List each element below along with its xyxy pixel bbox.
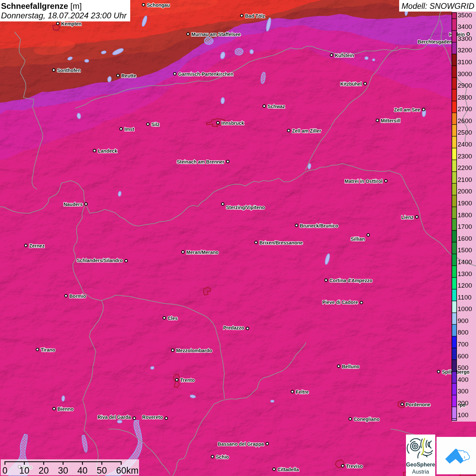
svg-text:Bienno: Bienno	[57, 406, 73, 412]
svg-text:1300: 1300	[458, 270, 472, 277]
svg-text:Murnau am Staffelsee: Murnau am Staffelsee	[191, 32, 241, 37]
svg-text:Belluno: Belluno	[342, 364, 359, 369]
svg-text:Imst: Imst	[124, 126, 134, 132]
svg-text:Bassano del Grappa: Bassano del Grappa	[218, 441, 264, 447]
svg-text:Innsbruck: Innsbruck	[221, 120, 244, 126]
svg-text:2600: 2600	[458, 117, 472, 124]
svg-text:1400: 1400	[458, 258, 472, 266]
svg-text:Mittersill: Mittersill	[381, 118, 401, 123]
svg-text:Cles: Cles	[168, 316, 178, 321]
svg-text:Pordenone: Pordenone	[406, 402, 430, 407]
svg-text:2500: 2500	[458, 129, 472, 136]
svg-text:1600: 1600	[458, 235, 472, 242]
svg-text:1800: 1800	[458, 211, 472, 219]
svg-text:Matrei in Osttirol: Matrei in Osttirol	[345, 178, 382, 184]
svg-text:Brixen/Bressanone: Brixen/Bressanone	[259, 240, 303, 245]
svg-text:2700: 2700	[458, 105, 472, 113]
svg-text:Schwaz: Schwaz	[268, 104, 285, 109]
svg-text:Kufstein: Kufstein	[335, 53, 354, 58]
svg-text:Schneefallgrenze [m]: Schneefallgrenze [m]	[1, 1, 82, 11]
svg-text:2300: 2300	[458, 153, 472, 160]
svg-text:1100: 1100	[458, 294, 472, 301]
svg-text:700: 700	[458, 341, 469, 348]
svg-text:1700: 1700	[458, 223, 472, 230]
svg-text:1500: 1500	[458, 247, 472, 254]
svg-text:Steinach am Brenner: Steinach am Brenner	[177, 159, 225, 165]
svg-text:Schongau: Schongau	[147, 2, 170, 8]
svg-text:10: 10	[19, 465, 29, 476]
svg-text:2900: 2900	[458, 82, 472, 89]
svg-text:3300: 3300	[458, 35, 472, 42]
svg-text:Sterzing/Vipiteno: Sterzing/Vipiteno	[226, 205, 265, 210]
svg-text:Landeck: Landeck	[98, 148, 117, 154]
svg-text:Bormio: Bormio	[69, 293, 86, 299]
svg-text:Zernez: Zernez	[29, 243, 45, 249]
svg-text:50: 50	[97, 465, 107, 476]
svg-text:60km: 60km	[116, 465, 139, 476]
svg-text:GeoSphere: GeoSphere	[406, 462, 435, 468]
svg-text:Silz: Silz	[151, 122, 159, 127]
svg-text:Rovereto: Rovereto	[142, 414, 163, 420]
svg-text:Cortina d'Ampezzo: Cortina d'Ampezzo	[329, 278, 372, 283]
svg-text:30: 30	[58, 465, 68, 476]
svg-text:Meran/Merano: Meran/Merano	[186, 250, 219, 255]
svg-text:Feltre: Feltre	[296, 389, 309, 395]
svg-text:300: 300	[458, 388, 469, 395]
svg-text:Bruneck/Brunico: Bruneck/Brunico	[300, 223, 338, 228]
svg-text:Pieve di Cadore: Pieve di Cadore	[322, 300, 358, 305]
svg-text:Cittadella: Cittadella	[277, 467, 299, 472]
svg-text:2800: 2800	[458, 94, 472, 101]
svg-text:40: 40	[77, 465, 87, 476]
svg-text:Schio: Schio	[216, 454, 229, 460]
svg-text:Riva del Garda: Riva del Garda	[98, 414, 131, 420]
svg-text:2400: 2400	[458, 141, 472, 148]
svg-text:2100: 2100	[458, 176, 472, 183]
svg-text:Zell am See: Zell am See	[394, 107, 420, 113]
svg-text:800: 800	[458, 329, 469, 336]
svg-text:Sillian: Sillian	[351, 236, 365, 242]
svg-text:1200: 1200	[458, 282, 472, 289]
svg-text:Treviso: Treviso	[346, 463, 363, 469]
svg-text:200: 200	[458, 400, 469, 407]
svg-text:Zell am Ziller: Zell am Ziller	[292, 128, 321, 134]
svg-text:500: 500	[458, 364, 469, 371]
svg-text:100: 100	[458, 411, 469, 419]
svg-text:900: 900	[458, 317, 469, 324]
svg-text:Donnerstag, 18.07.2024 23:00 U: Donnerstag, 18.07.2024 23:00 Uhr	[1, 11, 127, 20]
svg-text:Lienz: Lienz	[401, 215, 413, 220]
svg-text:Garmisch-Partenkirchen: Garmisch-Partenkirchen	[178, 71, 234, 77]
svg-text:Mezzolombardo: Mezzolombardo	[176, 348, 212, 353]
svg-text:Reutte: Reutte	[121, 73, 136, 79]
svg-text:Berchtesgaden: Berchtesgaden	[418, 39, 452, 45]
svg-text:1000: 1000	[458, 305, 472, 312]
svg-text:Austria: Austria	[412, 469, 429, 475]
svg-text:3500: 3500	[458, 12, 472, 19]
svg-text:Tirano: Tirano	[41, 347, 55, 353]
svg-text:Schlanders/Silandro: Schlanders/Silandro	[77, 258, 123, 263]
svg-text:3200: 3200	[458, 47, 472, 54]
svg-text:Trento: Trento	[180, 377, 195, 383]
svg-text:1900: 1900	[458, 200, 472, 207]
svg-text:Kitzbühel: Kitzbühel	[340, 81, 362, 87]
svg-text:20: 20	[38, 465, 49, 476]
svg-text:Modell: SNOWGRID: Modell: SNOWGRID	[402, 2, 474, 11]
svg-text:3100: 3100	[458, 58, 472, 66]
svg-text:2200: 2200	[458, 164, 472, 171]
svg-text:Conegliano: Conegliano	[354, 417, 379, 422]
svg-text:3000: 3000	[458, 70, 472, 78]
svg-text:Sonthofen: Sonthofen	[57, 68, 81, 73]
svg-text:Kempten: Kempten	[61, 21, 82, 27]
svg-text:Predazzo: Predazzo	[223, 325, 244, 330]
svg-text:2000: 2000	[458, 188, 472, 195]
svg-text:0: 0	[2, 465, 7, 476]
svg-text:600: 600	[458, 353, 469, 360]
svg-text:Bad Tölz: Bad Tölz	[245, 13, 265, 19]
svg-text:3400: 3400	[458, 23, 472, 30]
svg-text:Nauders: Nauders	[64, 202, 83, 207]
svg-text:400: 400	[458, 376, 469, 383]
